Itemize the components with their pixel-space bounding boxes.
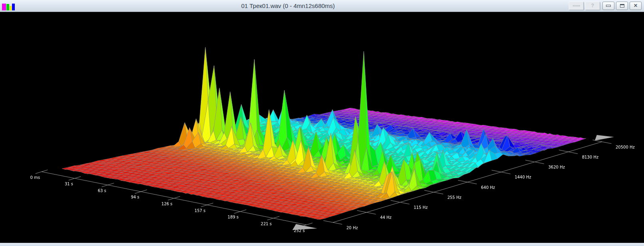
window-bottom-border xyxy=(0,243,644,246)
dash-icon xyxy=(573,5,580,6)
minimize-icon xyxy=(606,5,611,7)
spectrum-bars-icon xyxy=(2,3,18,10)
title-bar[interactable]: 01 Трек01.wav (0 - 4mn12s680ms) ? ✕ xyxy=(0,0,644,12)
restore-icon xyxy=(620,4,624,8)
minimize-button[interactable] xyxy=(602,2,614,10)
plot-area xyxy=(0,12,644,243)
help-button[interactable]: ? xyxy=(585,2,600,10)
close-button[interactable]: ✕ xyxy=(630,2,642,10)
window-title: 01 Трек01.wav (0 - 4mn12s680ms) xyxy=(80,0,496,12)
restore-button[interactable] xyxy=(616,2,628,10)
app-window: 01 Трек01.wav (0 - 4mn12s680ms) ? ✕ xyxy=(0,0,644,246)
spectrum-3d-canvas[interactable] xyxy=(0,12,644,243)
extra-button[interactable] xyxy=(569,2,584,10)
